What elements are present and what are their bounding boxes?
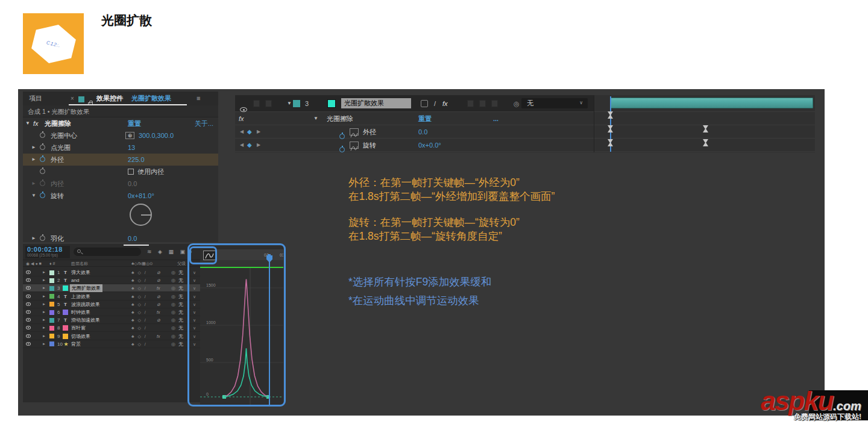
parent-value[interactable]: 无	[178, 340, 183, 348]
parent-pickwhip-icon[interactable]: ◎	[514, 95, 520, 112]
tab-effect-controls[interactable]: 效果控件	[96, 92, 123, 105]
property-label[interactable]: 外径	[363, 125, 376, 139]
layer-row-6[interactable]: ►6时钟效果♣ ◇ /fx◎无∨	[23, 308, 200, 316]
timecode-box[interactable]: 0:00:02:18 00068 (25.00 fps)	[25, 246, 70, 258]
layer-name[interactable]: 滑动加速效果	[71, 316, 100, 324]
stopwatch-icon-active[interactable]	[40, 157, 45, 162]
layer-row-3-selected[interactable]: ►3光圈扩散效果♣ ◇ /fx◎无∨	[23, 284, 200, 292]
toolbar-icon-cluster[interactable]: ≋ ◈ ▦ ▣	[147, 249, 187, 255]
eye-icon[interactable]	[26, 270, 31, 274]
layer-switches[interactable]: ♣ ◇ /	[131, 340, 147, 348]
layer-label-color[interactable]	[49, 334, 54, 338]
layer-row-1[interactable]: ►1T弹大效果♣ ◇ /⊘◎无∨	[23, 269, 200, 276]
eye-icon[interactable]	[26, 278, 31, 282]
panel-menu-icon[interactable]: ≡	[197, 92, 200, 105]
more-link[interactable]: ...	[493, 112, 498, 125]
parent-value[interactable]: 无	[178, 332, 183, 340]
stopwatch-icon[interactable]	[40, 145, 45, 150]
layer-label-color[interactable]	[49, 341, 54, 346]
effect-name[interactable]: 光圈擦除	[327, 112, 353, 125]
stopwatch-icon[interactable]	[40, 169, 45, 174]
twirl-closed-icon[interactable]: ►	[42, 269, 46, 276]
property-value[interactable]: 0.0	[418, 125, 427, 139]
twirl-closed-icon[interactable]: ►	[31, 232, 36, 245]
tab-project[interactable]: 项目	[29, 92, 42, 105]
chevron-down-icon[interactable]: ∨	[193, 276, 196, 284]
eye-icon[interactable]	[26, 302, 31, 306]
stopwatch-icon-active[interactable]	[339, 147, 345, 152]
graph-editor-icon[interactable]	[203, 251, 216, 260]
reset-link[interactable]: 重置	[128, 117, 141, 129]
layer-row-5[interactable]: ►5T波浪跳跃效果♣ ◇ /⊘◎无∨	[23, 301, 200, 308]
layer-extra-switch[interactable]: ⊘	[157, 276, 160, 284]
layer-row-8[interactable]: ►8百叶窗♣ ◇ /◎无∨	[23, 324, 200, 332]
eye-icon[interactable]	[26, 342, 31, 346]
stopwatch-icon-active[interactable]	[40, 193, 45, 198]
stopwatch-icon[interactable]	[40, 235, 45, 241]
parent-pickwhip-icon[interactable]: ◎	[171, 332, 175, 340]
parent-pickwhip-icon[interactable]: ◎	[171, 293, 175, 301]
panel-toolbar-icons[interactable]: ≋ ◈ ▦ ▣⊘	[147, 249, 195, 255]
property-value[interactable]: 0x+0.0°	[418, 139, 441, 152]
twirl-closed-icon[interactable]: ►	[42, 284, 46, 292]
parent-pickwhip-icon[interactable]: ◎	[171, 284, 175, 292]
parent-pickwhip-icon[interactable]: ◎	[171, 316, 175, 324]
layer-switches[interactable]: ♣ ◇ /	[131, 301, 147, 308]
layer-name[interactable]: 背景	[71, 340, 81, 348]
effect-name[interactable]: 光圈擦除	[45, 117, 71, 129]
property-value[interactable]: 300.0,300.0	[139, 129, 174, 142]
layer-duration-bar[interactable]	[611, 98, 813, 108]
parent-value[interactable]: 无	[178, 301, 183, 308]
chevron-down-icon[interactable]: ∨	[193, 293, 196, 301]
layer-label-color[interactable]	[49, 278, 54, 283]
layer-switches[interactable]: ♣ ◇ /	[131, 284, 147, 292]
link-icon[interactable]: ⊘	[187, 249, 195, 255]
property-value[interactable]: 0x+81.0°	[128, 190, 154, 202]
chevron-down-icon[interactable]: ∨	[193, 332, 196, 340]
twirl-open-icon[interactable]: ▼	[31, 190, 36, 202]
layer-extra-switch[interactable]: ⊘	[157, 301, 160, 308]
layer-extra-switch[interactable]: ⊘	[157, 269, 160, 276]
layer-row-7[interactable]: ►7T滑动加速效果♣ ◇ /⊘◎无∨	[23, 316, 200, 324]
close-tab-icon[interactable]: ×	[71, 92, 74, 105]
eye-icon[interactable]	[26, 318, 31, 322]
layer-extra-switch[interactable]: fx	[157, 308, 160, 316]
stopwatch-icon[interactable]	[40, 132, 45, 138]
layer-extra-switch[interactable]: fx	[157, 284, 160, 292]
parent-value[interactable]: 无	[178, 316, 183, 324]
keyframe-diamond-icon[interactable]: ◆	[247, 139, 252, 152]
layer-switches[interactable]: ♣ ◇ /	[131, 324, 147, 332]
switch-cell[interactable]	[467, 100, 474, 107]
search-field[interactable]	[74, 248, 141, 256]
layer-switches[interactable]: ♣ ◇ /	[131, 316, 147, 324]
layer-extra-switch[interactable]: fx	[157, 332, 160, 340]
property-label[interactable]: 旋转	[363, 139, 376, 152]
fx-icon[interactable]: fx	[442, 95, 448, 112]
parent-pickwhip-icon[interactable]: ◎	[171, 269, 175, 276]
layer-row-10[interactable]: ►10★背景♣ ◇ /◎无∨	[23, 340, 200, 348]
prev-keyframe-icon[interactable]: ◀	[240, 125, 244, 139]
quality-icon[interactable]: /	[434, 95, 436, 112]
layer-label-color[interactable]	[49, 326, 54, 331]
keyframe-diamond-icon[interactable]: ◆	[247, 125, 252, 139]
prev-keyframe-icon[interactable]: ◀	[240, 139, 244, 152]
layer-name-header[interactable]: 图层名称	[71, 260, 88, 267]
parent-pickwhip-icon[interactable]: ◎	[171, 324, 175, 332]
solid-color-swatch[interactable]	[327, 99, 336, 108]
graph-playhead-line[interactable]	[269, 261, 270, 405]
layer-name[interactable]: 波浪跳跃效果	[71, 301, 100, 308]
layer-switches[interactable]: ♣ ◇ /	[131, 308, 147, 316]
layer-name[interactable]: 切场效果	[71, 332, 90, 340]
property-value[interactable]: 225.0	[128, 154, 145, 166]
layer-name[interactable]: 光圈扩散效果	[70, 284, 102, 292]
reset-link[interactable]: 重置	[418, 112, 432, 125]
chevron-down-icon[interactable]: ∨	[193, 284, 196, 292]
layer-name[interactable]: 时钟效果	[71, 308, 90, 316]
layer-label-color[interactable]	[293, 100, 300, 107]
twirl-closed-icon[interactable]: ►	[31, 154, 36, 166]
twirl-closed-icon[interactable]: ►	[42, 293, 46, 301]
crosshair-point-button[interactable]: ⊕	[125, 132, 134, 139]
parent-value[interactable]: 无	[178, 276, 183, 284]
eye-icon[interactable]	[26, 295, 31, 298]
switch-cell[interactable]	[479, 100, 486, 107]
